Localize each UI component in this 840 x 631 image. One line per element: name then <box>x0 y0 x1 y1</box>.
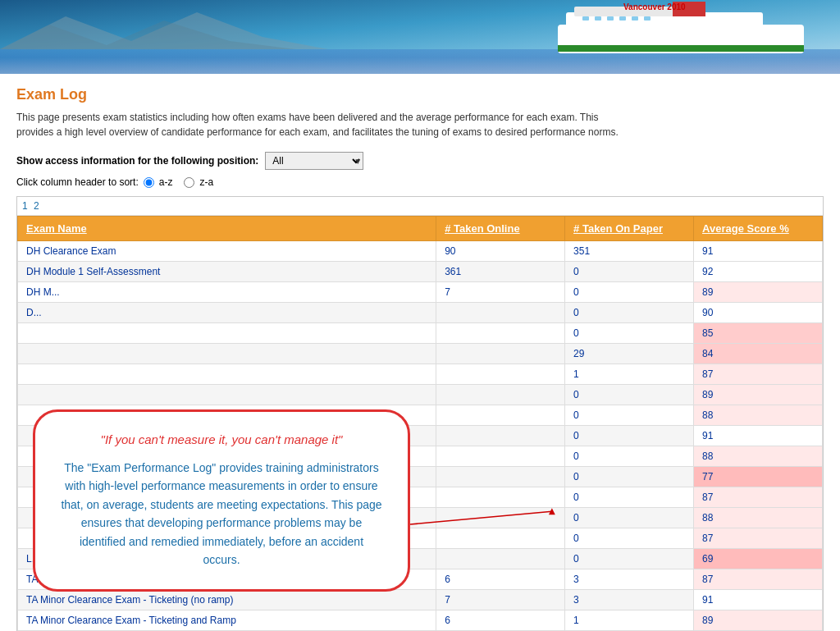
cell-avg-score: 87 <box>694 487 823 508</box>
cell-taken-online: 361 <box>436 262 565 282</box>
table-row: DH M... 7 0 89 <box>18 282 823 303</box>
cell-taken-paper: 0 <box>565 323 694 344</box>
header-avg-score[interactable]: Average Score % <box>694 217 823 241</box>
cell-avg-score: 89 <box>694 610 823 631</box>
banner-image: Vancouver 2010 <box>0 0 840 74</box>
sort-score-link[interactable]: Average Score % <box>702 222 789 235</box>
svg-text:Vancouver 2010: Vancouver 2010 <box>623 2 686 11</box>
cell-taken-online <box>436 344 565 364</box>
table-row: TA Minor Clearance Exam - Ticketing and … <box>18 610 823 631</box>
overlay-box: "If you can't measure it, you can't mana… <box>33 409 410 592</box>
sort-online-link[interactable]: # Taken Online <box>445 222 520 235</box>
cell-taken-online <box>436 323 565 344</box>
overlay-description: The "Exam Performance Log" provides trai… <box>60 459 383 569</box>
cell-taken-paper: 0 <box>565 426 694 446</box>
header-taken-online[interactable]: # Taken Online <box>436 217 565 241</box>
svg-rect-8 <box>595 16 601 21</box>
cell-taken-paper: 1 <box>565 364 694 385</box>
sort-row: Click column header to sort: a-z z-a <box>16 176 824 188</box>
cell-taken-online: 7 <box>436 590 565 610</box>
cell-exam-name: DH Module 1 Self-Assessment <box>18 262 436 282</box>
cell-taken-paper: 0 <box>565 549 694 569</box>
sort-label: Click column header to sort: <box>16 176 139 188</box>
cell-avg-score: 89 <box>694 385 823 405</box>
page-2-link-top[interactable]: 2 <box>34 200 39 212</box>
cell-exam-name: D... <box>18 303 436 323</box>
main-content: Exam Log This page presents exam statist… <box>0 74 840 631</box>
page-1-link-top[interactable]: 1 <box>22 200 28 212</box>
cell-taken-paper: 351 <box>565 241 694 262</box>
cell-avg-score: 69 <box>694 549 823 569</box>
svg-rect-6 <box>689 2 705 16</box>
svg-rect-9 <box>607 16 614 21</box>
cell-avg-score: 91 <box>694 426 823 446</box>
table-row: DH Clearance Exam 90 351 91 <box>18 241 823 262</box>
cell-avg-score: 77 <box>694 467 823 487</box>
cell-taken-online <box>436 426 565 446</box>
cell-taken-online <box>436 405 565 426</box>
sort-exam-name-link[interactable]: Exam Name <box>26 222 87 235</box>
table-row: DH Module 1 Self-Assessment 361 0 92 <box>18 262 823 282</box>
cell-taken-online: 6 <box>436 569 565 590</box>
table-row: 0 85 <box>18 323 823 344</box>
table-row: 29 84 <box>18 344 823 364</box>
svg-rect-7 <box>582 16 589 21</box>
position-filter[interactable]: All <box>265 152 363 170</box>
cell-avg-score: 88 <box>694 446 823 467</box>
cell-taken-online <box>436 549 565 569</box>
svg-rect-10 <box>619 16 626 21</box>
cell-taken-online <box>436 364 565 385</box>
cell-avg-score: 84 <box>694 344 823 364</box>
arrow-indicator <box>410 504 591 545</box>
page-title: Exam Log <box>16 86 824 103</box>
header-exam-name[interactable]: Exam Name <box>18 217 436 241</box>
cell-avg-score: 92 <box>694 262 823 282</box>
cell-exam-name: DH Clearance Exam <box>18 241 436 262</box>
header-taken-paper[interactable]: # Taken On Paper <box>565 217 694 241</box>
cell-avg-score: 88 <box>694 508 823 528</box>
cell-avg-score: 87 <box>694 528 823 549</box>
sort-az-radio[interactable] <box>144 177 154 188</box>
cell-taken-online <box>436 303 565 323</box>
table-wrapper: "If you can't measure it, you can't mana… <box>16 196 824 631</box>
cell-exam-name: DH M... <box>18 282 436 303</box>
svg-rect-11 <box>632 16 638 21</box>
cell-taken-paper: 0 <box>565 282 694 303</box>
cell-taken-paper: 0 <box>565 405 694 426</box>
cell-avg-score: 89 <box>694 282 823 303</box>
cell-taken-paper: 0 <box>565 446 694 467</box>
cell-avg-score: 91 <box>694 590 823 610</box>
cell-taken-online <box>436 385 565 405</box>
cell-avg-score: 91 <box>694 241 823 262</box>
cell-avg-score: 85 <box>694 323 823 344</box>
filter-row: Show access information for the followin… <box>16 152 824 170</box>
dropdown-icon: ▼ <box>354 157 362 166</box>
table-row: D... 0 90 <box>18 303 823 323</box>
cell-taken-paper: 0 <box>565 385 694 405</box>
cell-exam-name: TA Minor Clearance Exam - Ticketing and … <box>18 610 436 631</box>
cell-avg-score: 87 <box>694 364 823 385</box>
sort-az-label[interactable]: a-z <box>159 176 173 188</box>
cell-taken-online <box>436 467 565 487</box>
table-row: 0 89 <box>18 385 823 405</box>
overlay-quote: "If you can't measure it, you can't mana… <box>60 432 383 446</box>
cell-taken-online: 6 <box>436 610 565 631</box>
cell-exam-name <box>18 364 436 385</box>
cell-taken-paper: 3 <box>565 590 694 610</box>
sort-paper-link[interactable]: # Taken On Paper <box>573 222 663 235</box>
cell-exam-name <box>18 385 436 405</box>
svg-rect-13 <box>558 45 804 52</box>
sort-za-label[interactable]: z-a <box>199 176 213 188</box>
svg-rect-12 <box>644 16 651 21</box>
cell-taken-online: 7 <box>436 282 565 303</box>
table-header-row: Exam Name # Taken Online # Taken On Pape… <box>18 217 823 241</box>
cell-taken-online: 90 <box>436 241 565 262</box>
page-description: This page presents exam statistics inclu… <box>16 110 738 139</box>
cell-taken-paper: 1 <box>565 610 694 631</box>
table-row: TA Minor Clearance Exam - Ticketing (no … <box>18 590 823 610</box>
svg-line-17 <box>410 511 552 524</box>
sort-za-radio[interactable] <box>184 177 194 188</box>
cell-exam-name: TA Minor Clearance Exam - Ticketing (no … <box>18 590 436 610</box>
cell-avg-score: 88 <box>694 405 823 426</box>
filter-label: Show access information for the followin… <box>16 155 258 167</box>
